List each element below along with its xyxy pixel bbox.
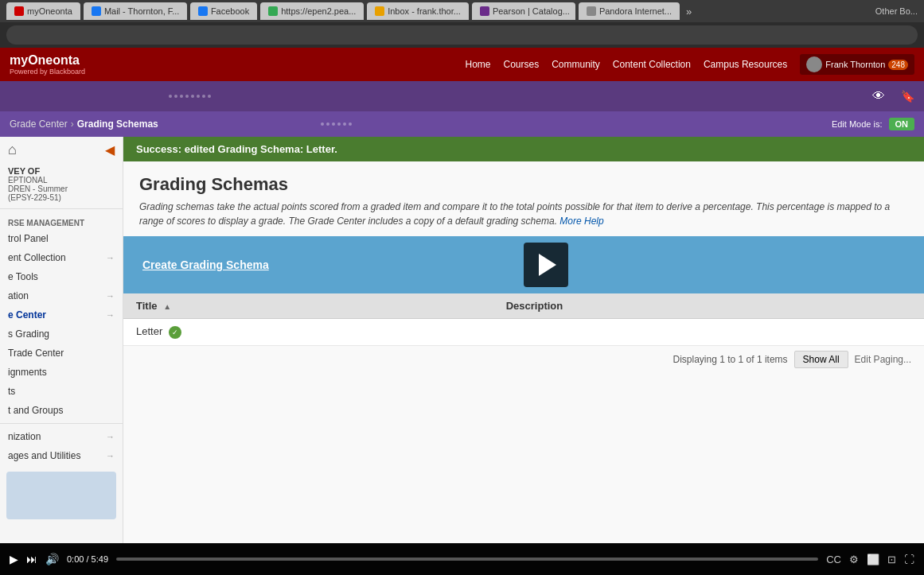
tab-favicon-pandora	[587, 6, 596, 16]
create-grading-schema-button[interactable]: Create Grading Schema	[136, 255, 275, 274]
dot-decoration	[191, 95, 194, 98]
arrow-icon: →	[106, 451, 115, 460]
theater-button[interactable]: ⬜	[867, 554, 879, 565]
edit-mode-toggle[interactable]: ON	[889, 118, 915, 130]
tab-pandora[interactable]: Pandora Internet...	[579, 2, 680, 20]
sidebar-divider-2	[0, 423, 123, 424]
breadcrumb-right: Edit Mode is: ON	[832, 118, 914, 130]
tab-pearson[interactable]: Pearson | Catalog...	[472, 2, 575, 20]
sidebar-home[interactable]: ⌂ ◀	[0, 137, 123, 163]
dot-decoration	[332, 122, 335, 126]
user-name: Frank Thornton	[825, 60, 885, 69]
letter-check-icon: ✓	[169, 326, 181, 339]
sort-icon: ▲	[163, 302, 171, 311]
video-play-button[interactable]	[524, 243, 568, 287]
bookmark-icon[interactable]: 🔖	[901, 90, 914, 103]
miniplayer-button[interactable]: ⊡	[887, 554, 896, 565]
sidebar-divider	[0, 208, 123, 209]
eye-icon[interactable]: 👁	[872, 89, 885, 103]
success-banner: Success: edited Grading Schema: Letter.	[123, 137, 924, 161]
sidebar-collapse-icon[interactable]: ◀	[105, 142, 115, 157]
dot-decoration	[208, 95, 211, 98]
sidebar-item-grading[interactable]: s Grading	[0, 324, 123, 344]
tab-favicon-myoneonta	[14, 6, 24, 16]
skip-button[interactable]: ⏭	[26, 553, 37, 565]
nav-community[interactable]: Community	[552, 59, 600, 70]
sidebar-item-tools[interactable]: e Tools	[0, 267, 123, 286]
course-name: DREN - Summer	[8, 185, 115, 193]
tab-favicon-pearson	[480, 6, 489, 16]
settings-button[interactable]: ⚙	[849, 554, 859, 565]
volume-button[interactable]: 🔊	[45, 553, 59, 565]
arrow-icon: →	[106, 432, 115, 441]
nav-content-collection[interactable]: Content Collection	[613, 59, 691, 70]
arrow-icon: →	[106, 310, 115, 320]
user-avatar	[806, 56, 822, 72]
dot-decoration	[185, 95, 189, 98]
user-info[interactable]: Frank Thornton 248	[800, 54, 914, 75]
dot-decoration	[337, 122, 341, 126]
description-column-header[interactable]: Description	[493, 293, 924, 319]
table-row[interactable]: Letter ✓	[123, 319, 924, 346]
page-description: Grading schemas take the actual points s…	[139, 200, 908, 228]
address-bar	[0, 22, 924, 48]
nav-campus-resources[interactable]: Campus Resources	[704, 59, 787, 70]
course-title: VEY OF	[8, 166, 115, 176]
sidebar-item-trade-center[interactable]: Trade Center	[0, 344, 123, 363]
progress-bar[interactable]	[116, 558, 818, 561]
edit-paging-link[interactable]: Edit Paging...	[855, 354, 911, 365]
title-column-header[interactable]: Title ▲	[123, 293, 493, 319]
nav-courses[interactable]: Courses	[503, 59, 539, 70]
show-all-button[interactable]: Show All	[794, 351, 848, 368]
tab-favicon-epen	[268, 6, 278, 16]
title-cell[interactable]: Letter ✓	[123, 319, 493, 346]
sidebar-item-organization[interactable]: nization →	[0, 427, 123, 446]
page-content: myOneonta Powered by Blackboard Home Cou…	[0, 48, 924, 543]
paging-bar: Displaying 1 to 1 of 1 items Show All Ed…	[123, 346, 924, 373]
dot-decoration	[197, 95, 200, 98]
more-tabs-button[interactable]: »	[686, 6, 692, 17]
paging-display: Displaying 1 to 1 of 1 items	[673, 354, 788, 365]
play-pause-button[interactable]: ▶	[10, 553, 18, 565]
sidebar-item-grade-center[interactable]: e Center →	[0, 305, 123, 324]
tab-inbox[interactable]: Inbox - frank.thor...	[367, 2, 469, 20]
nav-right: Home Courses Community Content Collectio…	[465, 54, 914, 75]
sidebar-item-location[interactable]: ation →	[0, 286, 123, 305]
sidebar-item-control-panel[interactable]: trol Panel	[0, 229, 123, 248]
sidebar-item-groups[interactable]: t and Groups	[0, 401, 123, 420]
course-subtitle: EPTIONAL	[8, 176, 115, 185]
nav-home[interactable]: Home	[465, 59, 490, 70]
tab-epen[interactable]: https://epen2.pea...	[260, 2, 364, 20]
dot-decoration	[174, 95, 177, 98]
tab-mail[interactable]: Mail - Thornton, F...	[84, 2, 187, 20]
fullscreen-button[interactable]: ⛶	[904, 554, 914, 565]
dot-decoration	[321, 122, 324, 126]
more-help-link[interactable]: More Help	[559, 216, 603, 227]
breadcrumb-bar: Grade Center › Grading Schemas Edit Mode…	[0, 111, 924, 137]
breadcrumb-grading-schemas[interactable]: Grading Schemas	[77, 118, 158, 130]
breadcrumb-grade-center[interactable]: Grade Center	[10, 118, 68, 130]
dot-decoration	[169, 95, 172, 98]
address-input[interactable]	[6, 25, 918, 45]
dot-decoration	[349, 122, 352, 126]
tab-myoneonta[interactable]: myOneonta	[6, 2, 80, 20]
page-title: Grading Schemas	[139, 174, 908, 195]
arrow-icon: →	[106, 291, 115, 301]
browser-tabs: myOneonta Mail - Thornton, F... Facebook…	[0, 0, 924, 22]
sidebar-item-assignments[interactable]: ignments	[0, 363, 123, 382]
sidebar-item-packages[interactable]: ages and Utilities →	[0, 446, 123, 465]
secondary-nav: 👁 🔖	[0, 81, 924, 111]
other-bookmarks[interactable]: Other Bo...	[875, 6, 918, 16]
cc-button[interactable]: CC	[826, 554, 841, 565]
tab-facebook[interactable]: Facebook	[190, 2, 257, 20]
sidebar-item-content-collection[interactable]: ent Collection →	[0, 248, 123, 267]
time-display: 0:00 / 5:49	[67, 554, 108, 564]
video-controls: ▶ ⏭ 🔊 0:00 / 5:49 CC ⚙ ⬜ ⊡ ⛶	[0, 543, 924, 575]
logo-sub: Powered by Blackboard	[10, 68, 85, 76]
arrow-icon: →	[106, 253, 115, 262]
sidebar-item-ts[interactable]: ts	[0, 382, 123, 401]
dot-decoration	[326, 122, 329, 126]
sidebar-thumbnail	[6, 472, 116, 519]
video-container: myOneonta Mail - Thornton, F... Facebook…	[0, 0, 924, 575]
edit-mode-label: Edit Mode is:	[832, 119, 883, 129]
